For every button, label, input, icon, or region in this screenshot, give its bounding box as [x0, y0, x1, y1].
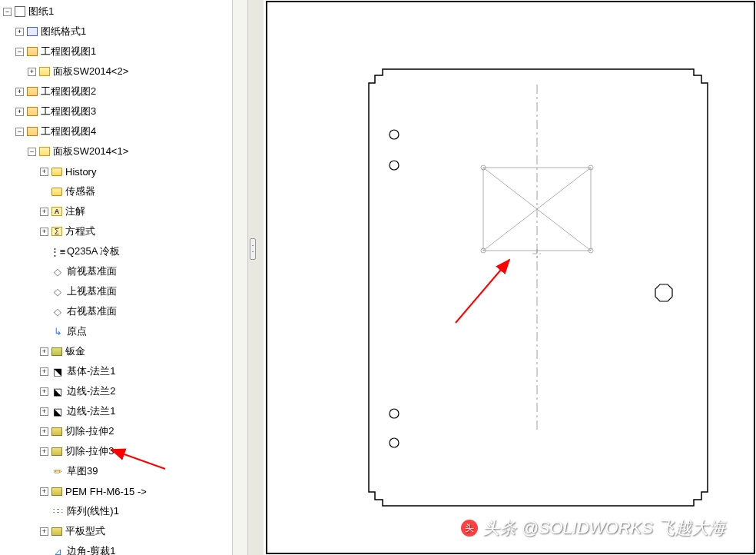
tree-item[interactable]: ⊿边角-剪裁1	[0, 541, 232, 555]
tree-label: 工程图视图4	[41, 125, 96, 138]
tree-label: 工程图视图3	[41, 105, 96, 118]
expand-icon[interactable]: +	[40, 347, 48, 356]
tree-item[interactable]: −工程图视图1	[0, 42, 232, 61]
expand-icon[interactable]: +	[40, 208, 48, 216]
tree-label: 面板SW2014<1>	[53, 145, 128, 158]
tree-item[interactable]: ◇右视基准面	[0, 301, 232, 321]
tree-label: 边角-剪裁1	[67, 544, 116, 555]
expand-icon[interactable]: +	[40, 168, 48, 176]
tree-item[interactable]: +工程图视图3	[0, 101, 232, 121]
tree-item[interactable]: ◇前视基准面	[0, 261, 232, 281]
watermark: 头 头条 @SOLIDWORKS 飞越大海	[461, 517, 725, 540]
expand-icon[interactable]: +	[28, 68, 36, 76]
tree-label: 面板SW2014<2>	[53, 65, 128, 78]
tree-item[interactable]: +切除-拉伸2	[0, 421, 232, 441]
tree-label: 右视基准面	[67, 304, 117, 318]
expand-icon[interactable]: +	[40, 487, 48, 496]
tree-label: 图纸格式1	[41, 25, 86, 38]
hole	[390, 438, 399, 447]
view-icon	[27, 127, 38, 136]
tree-item[interactable]: +钣金	[0, 341, 232, 361]
expand-icon[interactable]: +	[15, 28, 24, 36]
tree-label: 原点	[67, 324, 87, 338]
trim-icon: ⊿	[51, 545, 64, 555]
tree-label: 切除-拉伸3	[65, 444, 114, 458]
expand-icon[interactable]: +	[15, 88, 24, 96]
tree-item[interactable]: −面板SW2014<1>	[0, 141, 232, 161]
folder-icon	[51, 188, 62, 196]
tree-label: 工程图视图1	[41, 45, 96, 58]
tree-item[interactable]: +图纸格式1	[0, 22, 232, 42]
tree-label: 基体-法兰1	[67, 364, 116, 378]
tree-label: 方程式	[65, 224, 95, 238]
tree-item[interactable]: +⬔基体-法兰1	[0, 361, 232, 381]
view-icon	[27, 47, 38, 56]
edge-icon: ⬕	[51, 405, 64, 417]
octagon-hole	[655, 284, 672, 301]
tree-label: 注解	[65, 204, 85, 218]
tree-label: 平板型式	[65, 524, 105, 538]
folder-icon	[51, 168, 62, 176]
watermark-text: 头条 @SOLIDWORKS 飞越大海	[482, 517, 725, 540]
origin-icon: ↳	[51, 325, 64, 337]
a-icon: A	[51, 207, 62, 216]
flat-icon	[51, 527, 62, 536]
sketch-icon: ✏	[51, 465, 64, 477]
collapse-icon[interactable]: −	[3, 8, 12, 16]
plane-icon: ◇	[51, 305, 64, 317]
tree-item[interactable]: +PEM FH-M6-15 ->	[0, 481, 232, 501]
tree-item[interactable]: +History	[0, 161, 232, 181]
view-icon	[27, 87, 38, 96]
tree-item[interactable]: −工程图视图4	[0, 121, 232, 141]
tree-label: History	[65, 166, 96, 178]
tree-label: 传感器	[65, 184, 95, 198]
svg-rect-2	[267, 2, 754, 553]
tree-item[interactable]: +⬕边线-法兰1	[0, 401, 232, 421]
tree-label: 上视基准面	[67, 284, 117, 298]
expand-icon[interactable]: +	[40, 387, 48, 396]
flange-icon: ⬔	[51, 365, 64, 377]
expand-icon[interactable]: +	[40, 407, 48, 416]
tree-item[interactable]: ↳原点	[0, 321, 232, 341]
feature-tree-panel[interactable]: − 图纸1 +图纸格式1−工程图视图1+面板SW2014<2>+工程图视图2+工…	[0, 0, 233, 555]
part-icon	[39, 67, 50, 76]
expand-icon[interactable]: +	[40, 427, 48, 436]
expand-icon[interactable]: +	[40, 228, 48, 236]
tree-label: 草图39	[67, 464, 98, 478]
format-icon	[27, 27, 38, 36]
tree-item[interactable]: ⋮≡Q235A 冷板	[0, 241, 232, 261]
tree-item[interactable]: ✏草图39	[0, 461, 232, 481]
drawing-canvas[interactable]: 头 头条 @SOLIDWORKS 飞越大海	[233, 0, 756, 555]
collapse-icon[interactable]: −	[15, 48, 24, 56]
cut-icon	[51, 427, 62, 436]
tree-item[interactable]: +A注解	[0, 201, 232, 221]
tree-item[interactable]: ◇上视基准面	[0, 281, 232, 301]
collapse-icon[interactable]: −	[15, 128, 24, 136]
tree-item[interactable]: ∷∷阵列(线性)1	[0, 501, 232, 521]
pattern-icon: ∷∷	[51, 505, 64, 517]
plane-icon: ◇	[51, 285, 64, 297]
sheetmetal-icon	[51, 347, 62, 356]
collapse-icon[interactable]: −	[28, 148, 36, 156]
tree-item[interactable]: +Σ方程式	[0, 221, 232, 241]
tree-root-sheet[interactable]: − 图纸1	[0, 2, 232, 22]
cut-icon	[51, 447, 62, 456]
expand-icon[interactable]: +	[40, 447, 48, 456]
tree-item[interactable]: 传感器	[0, 181, 232, 201]
tree-item[interactable]: +工程图视图2	[0, 81, 232, 101]
tree-item[interactable]: +切除-拉伸3	[0, 441, 232, 461]
tree-item[interactable]: +⬕边线-法兰2	[0, 381, 232, 401]
tree-item[interactable]: +平板型式	[0, 521, 232, 541]
tree-label: 工程图视图2	[41, 85, 96, 98]
sheet-icon	[15, 6, 25, 17]
material-icon: ⋮≡	[51, 245, 64, 258]
annotation-arrow-canvas	[456, 260, 509, 323]
expand-icon[interactable]: +	[40, 527, 48, 536]
tree-item[interactable]: +面板SW2014<2>	[0, 61, 232, 81]
watermark-icon: 头	[461, 520, 478, 537]
drawing-view	[233, 0, 756, 555]
tree-label: 切除-拉伸2	[65, 424, 114, 438]
tree-label: 钣金	[65, 344, 85, 358]
expand-icon[interactable]: +	[15, 108, 24, 116]
expand-icon[interactable]: +	[40, 367, 48, 376]
